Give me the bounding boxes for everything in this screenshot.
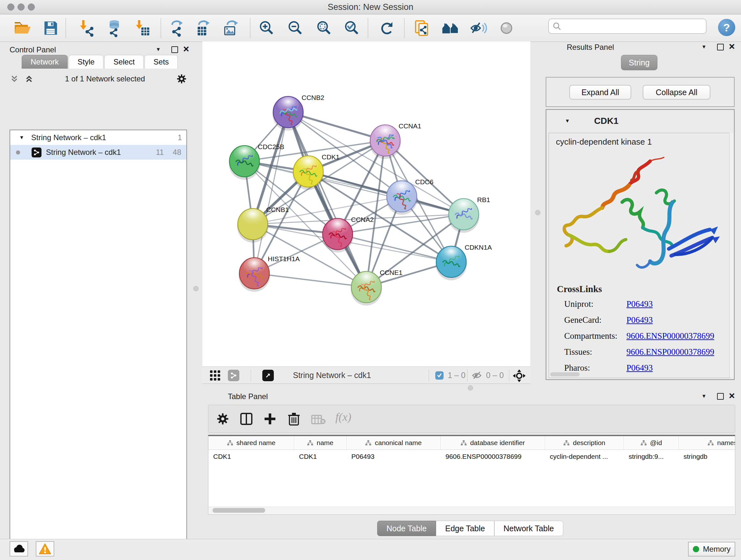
crosslink-link[interactable]: 9606.ENSP00000378699 bbox=[626, 347, 714, 357]
network-collection-row[interactable]: ▼ String Network – cdk1 1 bbox=[10, 130, 186, 145]
network-node-CCNA1[interactable] bbox=[369, 125, 401, 159]
collection-expander-icon[interactable]: ▼ bbox=[19, 135, 24, 140]
table-hscroll-track[interactable] bbox=[209, 507, 734, 514]
results-vscroll-track[interactable] bbox=[729, 133, 733, 377]
crosslink-link[interactable]: P06493 bbox=[626, 363, 653, 373]
import-table-icon[interactable] bbox=[133, 19, 152, 37]
tab-style[interactable]: Style bbox=[69, 55, 104, 69]
search-input[interactable] bbox=[548, 18, 706, 34]
warnings-button[interactable] bbox=[36, 541, 54, 557]
detach-view-icon[interactable] bbox=[262, 370, 274, 381]
crosslink-link[interactable]: 9606.ENSP00000378699 bbox=[626, 331, 714, 341]
control-panel-close-icon[interactable]: × bbox=[183, 44, 189, 54]
table-panel-float-icon[interactable] bbox=[717, 391, 724, 401]
network-node-CCNA2[interactable] bbox=[322, 219, 353, 253]
network-node-CDC6[interactable] bbox=[386, 181, 417, 215]
right-divider-handle[interactable] bbox=[535, 210, 540, 215]
export-image-icon[interactable] bbox=[222, 19, 241, 37]
cloud-status-button[interactable] bbox=[10, 541, 28, 557]
crosslink-link[interactable]: P06493 bbox=[626, 315, 653, 325]
results-panel-collapse-icon[interactable]: ▼ bbox=[701, 42, 706, 52]
open-session-icon[interactable] bbox=[13, 19, 31, 37]
network-node-CCNB1[interactable] bbox=[237, 208, 268, 243]
tab-sets[interactable]: Sets bbox=[145, 55, 178, 69]
control-panel-float-icon[interactable] bbox=[172, 45, 178, 54]
edge-HIST1H1A-CCNE1[interactable] bbox=[254, 273, 366, 287]
results-panel-float-icon[interactable] bbox=[717, 42, 724, 52]
tab-node-table[interactable]: Node Table bbox=[377, 521, 436, 536]
tab-network[interactable]: Network bbox=[22, 55, 68, 69]
cell-namespace[interactable]: stringdb bbox=[679, 450, 735, 463]
help-button[interactable]: ? bbox=[718, 19, 735, 36]
collapse-all-tree-icon[interactable] bbox=[24, 74, 34, 84]
selected-checkbox-icon[interactable] bbox=[435, 371, 444, 380]
cell-description[interactable]: cyclin-dependent ... bbox=[545, 450, 624, 463]
export-table-icon[interactable] bbox=[194, 19, 213, 37]
delete-column-trash-icon[interactable] bbox=[287, 412, 301, 428]
show-all-icon[interactable] bbox=[497, 19, 516, 37]
table-hscroll-thumb[interactable] bbox=[212, 508, 265, 513]
network-options-gear-icon[interactable] bbox=[176, 73, 187, 84]
refresh-icon[interactable] bbox=[378, 19, 396, 37]
tab-network-table[interactable]: Network Table bbox=[494, 521, 563, 536]
cell-canonical-name[interactable]: P06493 bbox=[347, 450, 441, 463]
column-header-canonical-name[interactable]: canonical name bbox=[347, 436, 441, 449]
expand-all-button[interactable]: Expand All bbox=[569, 85, 631, 100]
network-canvas[interactable]: CCNB2CCNA1CDC25BCDK1CDC6RB1CCNB1CCNA2CDK… bbox=[202, 42, 530, 367]
control-panel-collapse-icon[interactable]: ▼ bbox=[156, 45, 161, 54]
table-row[interactable]: CDK1CDK1P064939606.ENSP00000378699cyclin… bbox=[208, 450, 735, 463]
zoom-in-icon[interactable] bbox=[257, 19, 276, 37]
zoom-selected-icon[interactable] bbox=[342, 19, 361, 37]
collapse-all-button[interactable]: Collapse All bbox=[643, 85, 711, 100]
column-header-namespace[interactable]: namespace bbox=[679, 436, 735, 449]
network-node-CDC25B[interactable] bbox=[229, 145, 260, 180]
cell-@id[interactable]: stringdb:9... bbox=[624, 450, 679, 463]
network-row[interactable]: String Network – cdk1 11 48 bbox=[10, 145, 186, 160]
table-panel-collapse-icon[interactable]: ▼ bbox=[701, 391, 706, 401]
network-node-CCNE1[interactable] bbox=[351, 271, 382, 306]
column-header-@id[interactable]: @id bbox=[624, 436, 679, 449]
tab-select[interactable]: Select bbox=[105, 55, 144, 69]
tab-string[interactable]: String bbox=[621, 55, 657, 70]
export-network-icon[interactable] bbox=[167, 19, 185, 37]
crosslink-link[interactable]: P06493 bbox=[626, 299, 653, 309]
tab-edge-table[interactable]: Edge Table bbox=[436, 521, 494, 536]
column-header-name[interactable]: name bbox=[294, 436, 347, 449]
edge-CCNA2-CDKN1A[interactable] bbox=[338, 234, 451, 262]
network-node-CDKN1A[interactable] bbox=[435, 246, 467, 280]
results-hscroll-thumb[interactable] bbox=[550, 372, 580, 376]
column-header-shared-name[interactable]: shared name bbox=[208, 436, 294, 449]
cell-name[interactable]: CDK1 bbox=[294, 450, 347, 463]
show-columns-icon[interactable] bbox=[240, 412, 253, 427]
save-session-icon[interactable] bbox=[41, 19, 60, 37]
zoom-out-icon[interactable] bbox=[286, 19, 305, 37]
birds-eye-view-icon[interactable] bbox=[513, 369, 526, 384]
cell-shared-name[interactable]: CDK1 bbox=[208, 450, 294, 463]
network-node-CDK1[interactable] bbox=[293, 156, 324, 190]
column-header-database-identifier[interactable]: database identifier bbox=[441, 436, 545, 449]
left-divider-handle[interactable] bbox=[193, 286, 199, 291]
first-neighbors-icon[interactable] bbox=[441, 19, 460, 37]
protein-expander-icon[interactable]: ▼ bbox=[565, 118, 570, 124]
import-database-icon[interactable] bbox=[105, 19, 123, 37]
table-panel-close-icon[interactable]: × bbox=[729, 391, 735, 400]
memory-button[interactable]: Memory bbox=[688, 542, 735, 557]
add-column-icon[interactable] bbox=[263, 412, 277, 427]
table-settings-gear-icon[interactable] bbox=[216, 412, 229, 427]
network-share-view-icon[interactable] bbox=[228, 370, 239, 381]
network-node-CCNB2[interactable] bbox=[273, 97, 304, 131]
network-node-HIST1H1A[interactable] bbox=[239, 258, 270, 292]
hide-selection-icon[interactable] bbox=[469, 19, 488, 37]
network-from-selection-icon[interactable] bbox=[412, 19, 431, 37]
edge-CCNB2-HIST1H1A[interactable] bbox=[254, 112, 288, 273]
cell-database-identifier[interactable]: 9606.ENSP00000378699 bbox=[441, 450, 545, 463]
network-node-RB1[interactable] bbox=[448, 199, 479, 233]
column-header-description[interactable]: description bbox=[545, 436, 624, 449]
grid-view-icon[interactable] bbox=[209, 370, 221, 382]
zoom-fit-icon[interactable] bbox=[315, 19, 333, 37]
expand-all-tree-icon[interactable] bbox=[10, 74, 19, 84]
protein-section-header[interactable]: ▼ CDK1 bbox=[546, 110, 734, 132]
results-panel-close-icon[interactable]: × bbox=[729, 42, 735, 51]
import-network-icon[interactable] bbox=[77, 19, 96, 37]
horizontal-divider-handle[interactable] bbox=[468, 385, 473, 390]
